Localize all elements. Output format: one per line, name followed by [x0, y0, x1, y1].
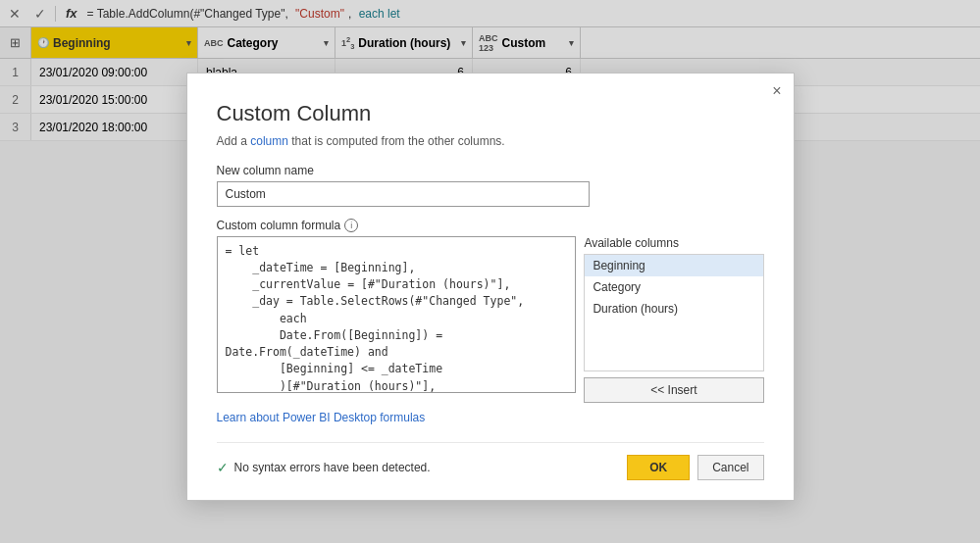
dialog-overlay: × Custom Column Add a column that is com…: [0, 0, 980, 543]
formula-info-icon[interactable]: i: [344, 219, 358, 232]
new-column-label: New column name: [217, 164, 764, 177]
learn-link[interactable]: Learn about Power BI Desktop formulas: [217, 411, 426, 424]
ok-button[interactable]: OK: [627, 455, 690, 480]
formula-editor[interactable]: [217, 236, 577, 393]
columns-list-item-duration-(hours)[interactable]: Duration (hours): [585, 298, 762, 320]
columns-list: BeginningCategoryDuration (hours): [584, 254, 763, 371]
columns-list-item-beginning[interactable]: Beginning: [585, 255, 762, 276]
formula-section-label: Custom column formula i: [217, 219, 764, 232]
dialog-footer: ✓ No syntax errors have been detected. O…: [217, 442, 764, 480]
no-errors-text: No syntax errors have been detected.: [234, 461, 431, 474]
available-columns-label: Available columns: [584, 236, 763, 250]
dialog-title: Custom Column: [217, 101, 764, 126]
insert-button[interactable]: << Insert: [584, 377, 763, 403]
dialog-close-button[interactable]: ×: [772, 83, 781, 99]
no-errors-message: ✓ No syntax errors have been detected.: [217, 460, 431, 475]
available-columns-panel: Available columns BeginningCategoryDurat…: [584, 236, 763, 403]
footer-buttons: OK Cancel: [627, 455, 763, 480]
custom-column-dialog: × Custom Column Add a column that is com…: [186, 73, 795, 501]
check-icon: ✓: [217, 460, 229, 475]
new-column-input[interactable]: [217, 181, 590, 207]
cancel-button[interactable]: Cancel: [697, 455, 763, 480]
columns-list-item-category[interactable]: Category: [585, 276, 762, 298]
subtitle-blue-word: column: [250, 134, 288, 148]
formula-editor-row: Available columns BeginningCategoryDurat…: [217, 236, 764, 403]
dialog-subtitle: Add a column that is computed from the o…: [217, 134, 764, 148]
